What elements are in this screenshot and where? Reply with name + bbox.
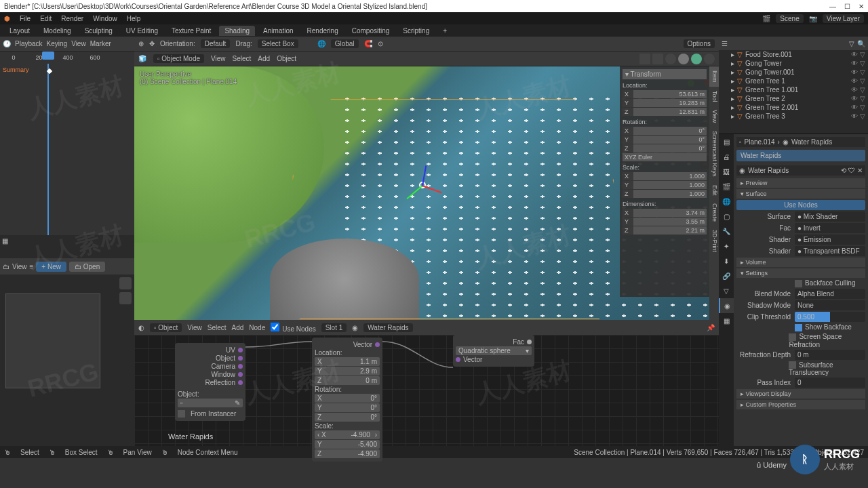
editor-type-icon[interactable]: ▦ bbox=[2, 237, 8, 245]
snap-icon[interactable]: 🧲 bbox=[364, 40, 372, 47]
show-backface-toggle[interactable]: Show Backface bbox=[795, 323, 852, 331]
scale-x[interactable]: 1.000 bbox=[633, 172, 707, 180]
map-ry[interactable]: 0° bbox=[368, 403, 380, 412]
move-tool-icon[interactable]: ✥ bbox=[149, 40, 155, 47]
vp-menu-add[interactable]: Add bbox=[258, 55, 270, 62]
ptab-data[interactable]: ▽ bbox=[719, 283, 734, 298]
outliner-icon[interactable]: ☰ bbox=[722, 40, 728, 47]
tl-playback[interactable]: Playback bbox=[15, 40, 43, 47]
map-sy[interactable]: -5.400 bbox=[355, 440, 380, 449]
pass-index[interactable]: 0 bbox=[795, 378, 865, 388]
node-mapping[interactable]: Vector Location: X1.1 m Y2.9 m Z0 m Rota… bbox=[312, 338, 382, 462]
xray-icon[interactable] bbox=[652, 54, 663, 64]
filebrowser-body[interactable] bbox=[0, 274, 134, 446]
loc-x[interactable]: 53.613 m bbox=[633, 90, 707, 98]
ptab-particles[interactable]: ✦ bbox=[719, 239, 734, 253]
tl-marker[interactable]: Marker bbox=[90, 40, 111, 47]
gradient-type[interactable]: Quadratic sphere bbox=[456, 346, 513, 355]
dopesheet-summary[interactable]: Summary bbox=[3, 66, 29, 73]
3d-viewport[interactable]: User Perspective (0) Scene Collection | … bbox=[134, 66, 719, 320]
crumb-material[interactable]: Water Rapids bbox=[791, 138, 832, 146]
options-dropdown[interactable]: Options bbox=[684, 39, 715, 48]
outliner-item[interactable]: ▸▽Gong Tower.001👁▽ bbox=[719, 68, 868, 77]
ptab-output[interactable]: 🖨 bbox=[719, 149, 734, 164]
ws-modeling[interactable]: Modeling bbox=[38, 26, 77, 36]
scale-y[interactable]: 1.000 bbox=[633, 181, 707, 189]
overlay-toggle-icon[interactable] bbox=[639, 54, 650, 64]
map-lz[interactable]: 0 m bbox=[363, 376, 380, 385]
dim-x[interactable]: 3.74 m bbox=[633, 209, 707, 217]
shading-solid-icon[interactable] bbox=[678, 54, 689, 64]
outliner-item[interactable]: ▸▽Green Tree 1👁▽ bbox=[719, 77, 868, 85]
material-datablock[interactable]: ◉Water Rapids⟲ 🛡 ✕ bbox=[736, 165, 865, 176]
outliner-search-icon[interactable]: 🔍 bbox=[857, 40, 865, 47]
outliner-item[interactable]: ▸▽Gong Tower👁▽ bbox=[719, 59, 868, 68]
cursor-tool-icon[interactable]: ⊕ bbox=[138, 40, 144, 47]
node-menu-node[interactable]: Node bbox=[249, 324, 265, 331]
menu-window[interactable]: Window bbox=[93, 15, 117, 22]
ws-uv[interactable]: UV Editing bbox=[121, 26, 163, 36]
fb-icon[interactable]: 🗀 bbox=[3, 263, 9, 270]
vp-menu-select[interactable]: Select bbox=[233, 55, 252, 62]
rot-y[interactable]: 0° bbox=[633, 136, 707, 144]
subsurface-toggle[interactable]: Subsurface Translucency bbox=[789, 361, 865, 377]
ptab-viewlayer[interactable]: 🖼 bbox=[719, 164, 734, 179]
node-gradient[interactable]: Fac Quadratic sphere▾ Vector bbox=[453, 335, 534, 367]
vp-menu-object[interactable]: Object bbox=[277, 55, 296, 62]
tl-view[interactable]: View bbox=[71, 40, 86, 47]
panel-settings[interactable]: Settings bbox=[736, 268, 865, 278]
map-rz[interactable]: 0° bbox=[368, 413, 380, 422]
material-name[interactable]: Water Rapids bbox=[363, 323, 412, 332]
shading-matprev-icon[interactable] bbox=[691, 54, 702, 64]
node-menu-view[interactable]: View bbox=[187, 324, 202, 331]
ws-compositing[interactable]: Compositing bbox=[347, 26, 395, 36]
eyedropper-icon[interactable]: ✎ bbox=[232, 399, 243, 407]
shading-wire-icon[interactable] bbox=[665, 54, 676, 64]
ws-scripting[interactable]: Scripting bbox=[397, 26, 435, 36]
vp-menu-view[interactable]: View bbox=[211, 55, 226, 62]
shader2[interactable]: ● Transparent BSDF bbox=[795, 246, 865, 256]
node-editor-icon[interactable]: ◐ bbox=[138, 324, 144, 331]
dim-z[interactable]: 2.21 m bbox=[633, 226, 707, 235]
minimize-icon[interactable]: — bbox=[829, 3, 836, 10]
map-ly[interactable]: 2.9 m bbox=[357, 367, 380, 375]
playhead-line[interactable] bbox=[47, 64, 49, 235]
fb-list-icon[interactable]: ≡ bbox=[30, 263, 34, 270]
ntab-3dprint[interactable]: 3D-Print bbox=[709, 226, 719, 256]
slot-selector[interactable]: Slot 1 bbox=[321, 323, 347, 332]
shading-render-icon[interactable] bbox=[704, 54, 715, 64]
ptab-constraints[interactable]: 🔗 bbox=[719, 268, 734, 283]
fb-zoom-icon[interactable] bbox=[119, 277, 132, 289]
outliner-item[interactable]: ▸▽Green Tree 3👁▽ bbox=[719, 112, 868, 121]
mode-selector[interactable]: ▫ Object Mode bbox=[153, 54, 204, 63]
viewlayer-selector[interactable]: View Layer bbox=[823, 14, 864, 23]
node-type[interactable]: ▫ Object bbox=[150, 323, 182, 332]
outliner-item[interactable]: ▸▽Food Store.001👁▽ bbox=[719, 50, 868, 59]
panel-viewport-display[interactable]: Viewport Display bbox=[736, 389, 865, 399]
ntab-edit[interactable]: Edit bbox=[709, 181, 719, 200]
ws-add[interactable]: + bbox=[437, 26, 452, 36]
panel-surface[interactable]: Surface bbox=[736, 189, 865, 199]
fb-hand-icon[interactable] bbox=[119, 292, 132, 304]
ws-animation[interactable]: Animation bbox=[258, 26, 298, 36]
rot-x[interactable]: 0° bbox=[633, 127, 707, 135]
npanel-header[interactable]: ▾ Transform bbox=[623, 69, 707, 79]
ptab-world[interactable]: 🌐 bbox=[719, 194, 734, 209]
dopesheet-body[interactable]: Summary bbox=[0, 64, 134, 235]
proportional-icon[interactable]: ⊙ bbox=[378, 40, 383, 47]
rotation-mode[interactable]: XYZ Euler bbox=[623, 153, 707, 161]
panel-volume[interactable]: Volume bbox=[736, 258, 865, 267]
use-nodes-button[interactable]: Use Nodes bbox=[736, 200, 865, 210]
node-canvas[interactable]: UV Object Camera Window Reflection Objec… bbox=[134, 335, 719, 446]
menu-render[interactable]: Render bbox=[61, 15, 83, 22]
blend-mode[interactable]: Alpha Blend bbox=[795, 289, 865, 299]
transform-space-icon[interactable]: 🌐 bbox=[317, 40, 326, 47]
ws-rendering[interactable]: Rendering bbox=[302, 26, 344, 36]
blender-icon[interactable]: ⬢ bbox=[4, 15, 10, 22]
timeline-icon[interactable]: 🕐 bbox=[3, 40, 11, 47]
backface-culling-toggle[interactable]: Backface Culling bbox=[795, 279, 855, 287]
ptab-render[interactable]: ▤ bbox=[719, 134, 734, 149]
ntab-create[interactable]: Create bbox=[709, 199, 719, 226]
ntab-screencast[interactable]: Screencast Keys bbox=[709, 127, 719, 181]
node-texture-coord[interactable]: UV Object Camera Window Reflection Objec… bbox=[175, 343, 245, 421]
